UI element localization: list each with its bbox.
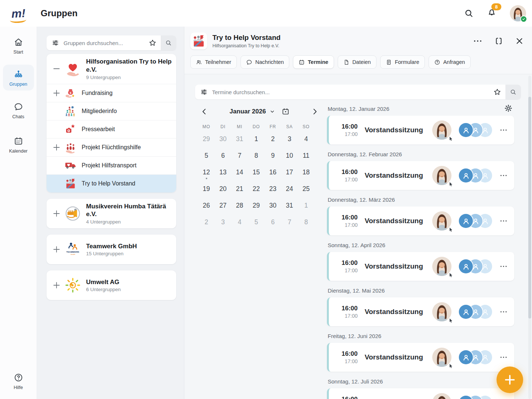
expand-icon[interactable] xyxy=(51,245,62,254)
calendar-day[interactable]: 9 xyxy=(265,147,281,164)
user-avatar[interactable] xyxy=(510,5,526,21)
calendar-day[interactable]: 21 xyxy=(231,181,248,197)
calendar-day[interactable]: 20 xyxy=(215,181,231,197)
close-icon[interactable] xyxy=(515,37,524,45)
tab-teilnehmer[interactable]: Teilnehmer xyxy=(190,55,237,69)
calendar-day[interactable]: 1 xyxy=(298,197,314,214)
calendar-day[interactable]: 22 xyxy=(248,181,265,197)
calendar-day[interactable]: 13 xyxy=(215,164,231,181)
tab-formulare[interactable]: Formulare xyxy=(380,55,425,69)
global-search-icon[interactable] xyxy=(464,8,474,18)
app-logo[interactable]: m! xyxy=(0,8,37,19)
expand-icon[interactable] xyxy=(51,209,62,218)
month-label[interactable]: Januar 2026 xyxy=(229,108,266,115)
tab-anfragen[interactable]: Anfragen xyxy=(429,55,471,69)
expand-icon[interactable] xyxy=(51,89,62,98)
termine-search-input[interactable] xyxy=(211,89,489,96)
subgroup-row[interactable]: Try to Help Vorstand xyxy=(47,174,176,192)
event-menu-dots-icon[interactable] xyxy=(499,353,508,361)
calendar-day[interactable]: 25 xyxy=(298,181,314,197)
calendar-day[interactable]: 7 xyxy=(231,147,248,164)
calendar-day[interactable]: 5 xyxy=(198,147,215,164)
calendar-day[interactable]: 19 xyxy=(198,181,215,197)
calendar-day[interactable]: 26 xyxy=(198,197,215,214)
collapse-icon[interactable] xyxy=(51,64,62,73)
calendar-day[interactable]: 8 xyxy=(298,214,314,231)
expand-icon[interactable] xyxy=(51,143,62,152)
group-search-input[interactable] xyxy=(63,40,144,47)
filter-icon[interactable] xyxy=(195,88,211,96)
sidebar-item-hilfe[interactable]: Hilfe xyxy=(3,368,34,394)
event-card[interactable]: 16:00 17:00 Vorstandssitzung xyxy=(327,161,514,190)
event-menu-dots-icon[interactable] xyxy=(499,217,508,225)
add-event-button[interactable] xyxy=(497,366,523,393)
chevron-down-icon[interactable] xyxy=(269,109,275,115)
sidebar-item-kalender[interactable]: Kalender xyxy=(3,132,34,158)
calendar-day[interactable]: 29 xyxy=(198,131,215,147)
group-row[interactable]: Umwelt AG 6 Untergruppen xyxy=(47,270,176,300)
event-menu-dots-icon[interactable] xyxy=(499,308,508,316)
subgroup-row[interactable]: Pressearbeit xyxy=(47,120,176,138)
calendar-day[interactable]: 2 xyxy=(265,131,281,147)
calendar-day[interactable]: 17 xyxy=(281,164,298,181)
subgroup-row[interactable]: $ Fundraising xyxy=(47,84,176,102)
calendar-day[interactable]: 29 xyxy=(248,197,265,214)
calendar-day[interactable]: 31 xyxy=(281,197,298,214)
event-menu-dots-icon[interactable] xyxy=(499,171,508,180)
calendar-day[interactable]: 14 xyxy=(231,164,248,181)
sidebar-item-gruppen[interactable]: Gruppen xyxy=(3,65,34,91)
subgroup-row[interactable]: Projekt Hilfstransport xyxy=(47,156,176,174)
group-row[interactable]: Musikverein Humba Tätärä e.V. 4 Untergru… xyxy=(47,199,176,229)
calendar-day[interactable]: 30 xyxy=(265,197,281,214)
calendar-day-with-event[interactable]: 12 xyxy=(198,164,215,181)
calendar-day[interactable]: 4 xyxy=(298,131,314,147)
calendar-day[interactable]: 16 xyxy=(265,164,281,181)
group-search-button[interactable] xyxy=(161,35,176,50)
calendar-day[interactable]: 4 xyxy=(231,214,248,231)
calendar-day[interactable]: 8 xyxy=(248,147,265,164)
filter-icon[interactable] xyxy=(47,39,63,47)
termine-search-button[interactable] xyxy=(505,85,521,99)
expand-icon[interactable] xyxy=(51,281,62,290)
calendar-day[interactable]: 24 xyxy=(281,181,298,197)
scrollbar-thumb[interactable] xyxy=(528,97,531,318)
calendar-day[interactable]: 1 xyxy=(248,131,265,147)
sidebar-item-chats[interactable]: Chats xyxy=(3,97,34,123)
more-options-icon[interactable] xyxy=(473,36,482,46)
sidebar-item-start[interactable]: Start xyxy=(3,33,34,59)
calendar-day[interactable]: 18 xyxy=(298,164,314,181)
calendar-today-icon[interactable] xyxy=(282,108,290,116)
calendar-day[interactable]: 23 xyxy=(265,181,281,197)
event-card[interactable]: 16:00 17:00 Vorstandssitzung xyxy=(327,207,514,235)
expand-fullscreen-icon[interactable] xyxy=(494,37,503,45)
calendar-day[interactable]: 2 xyxy=(198,214,215,231)
calendar-day[interactable]: 7 xyxy=(281,214,298,231)
tab-termine[interactable]: Termine xyxy=(293,55,334,69)
calendar-day[interactable]: 31 xyxy=(231,131,248,147)
calendar-day[interactable]: 30 xyxy=(215,131,231,147)
event-card[interactable]: 16:00 17:00 Vorstandssitzung xyxy=(327,343,514,372)
group-row[interactable]: TEAMWERKGmbH Teamwerk GmbH 15 Untergrupp… xyxy=(47,235,176,264)
tab-dateien[interactable]: Dateien xyxy=(338,55,376,69)
calendar-day[interactable]: 5 xyxy=(248,214,265,231)
event-card[interactable]: 16:00 17:00 Vorstandssitzung xyxy=(327,116,514,144)
calendar-day[interactable]: 6 xyxy=(215,147,231,164)
calendar-day[interactable]: 10 xyxy=(281,147,298,164)
favorites-star-icon[interactable] xyxy=(144,39,161,47)
group-row[interactable]: Hilfsorganisation Try to Help e.V. 9 Unt… xyxy=(47,54,176,84)
favorites-star-icon[interactable] xyxy=(489,88,505,96)
calendar-day[interactable]: 6 xyxy=(265,214,281,231)
event-menu-dots-icon[interactable] xyxy=(499,126,508,134)
calendar-day[interactable]: 15 xyxy=(248,164,265,181)
tab-nachrichten[interactable]: Nachrichten xyxy=(241,55,289,69)
notifications-button[interactable]: 8 xyxy=(487,8,497,19)
calendar-day[interactable]: 27 xyxy=(215,197,231,214)
calendar-day[interactable]: 3 xyxy=(215,214,231,231)
prev-month-icon[interactable] xyxy=(200,108,208,116)
calendar-day[interactable]: 11 xyxy=(298,147,314,164)
event-card[interactable]: 16:00 17:00 Vorstandssitzung xyxy=(327,388,514,399)
subgroup-row[interactable]: Projekt Flüchtlingshilfe xyxy=(47,138,176,156)
next-month-icon[interactable] xyxy=(311,108,319,116)
event-card[interactable]: 16:00 17:00 Vorstandssitzung xyxy=(327,297,514,326)
subgroup-row[interactable]: Mitgliederinfo xyxy=(47,102,176,120)
